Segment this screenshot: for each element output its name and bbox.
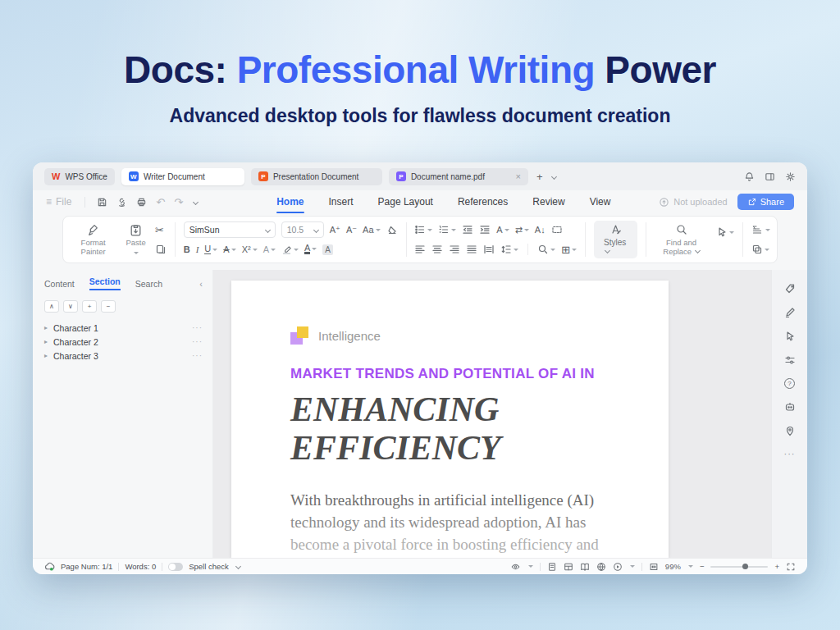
settings-gear-icon[interactable] bbox=[785, 171, 796, 182]
quickbar-chevron-icon[interactable] bbox=[193, 199, 199, 204]
tab-pdf-document[interactable]: P Document name.pdf × bbox=[389, 168, 528, 185]
increase-indent-icon[interactable] bbox=[479, 224, 491, 235]
text-direction-button[interactable]: ⇄ bbox=[515, 226, 529, 235]
fit-page-icon[interactable] bbox=[649, 562, 659, 572]
eye-protection-icon[interactable] bbox=[510, 562, 521, 572]
more-options-icon[interactable]: ··· bbox=[192, 351, 203, 360]
print-icon[interactable] bbox=[136, 197, 147, 208]
expand-icon[interactable]: ▸ bbox=[44, 338, 48, 345]
align-right-icon[interactable] bbox=[449, 244, 460, 255]
tab-view[interactable]: View bbox=[590, 196, 611, 208]
adjust-sliders-icon[interactable] bbox=[784, 354, 796, 366]
tab-list-chevron-icon[interactable] bbox=[551, 173, 557, 179]
sort-button[interactable]: A↓ bbox=[535, 226, 546, 235]
app-menu-button[interactable]: W WPS Office bbox=[44, 168, 115, 185]
layout-panel-icon[interactable] bbox=[765, 171, 775, 182]
share-button[interactable]: Share bbox=[737, 194, 794, 210]
superscript-button[interactable]: X² bbox=[242, 245, 258, 254]
eye-chevron-icon[interactable] bbox=[528, 565, 533, 568]
cut-scissors-icon[interactable]: ✂ bbox=[155, 225, 164, 235]
play-view-icon[interactable] bbox=[613, 562, 623, 572]
move-down-button[interactable]: ∨ bbox=[63, 300, 78, 313]
font-name-select[interactable]: SimSun bbox=[184, 221, 276, 238]
web-view-icon[interactable] bbox=[596, 562, 606, 572]
fullscreen-icon[interactable] bbox=[786, 562, 796, 572]
italic-button[interactable]: I bbox=[196, 245, 199, 254]
select-button[interactable] bbox=[716, 226, 734, 238]
line-spacing-button[interactable] bbox=[500, 244, 518, 255]
show-marks-icon[interactable] bbox=[551, 224, 563, 235]
book-view-icon[interactable] bbox=[580, 562, 590, 572]
sidebar-tab-content[interactable]: Content bbox=[44, 279, 75, 289]
underline-button[interactable]: U bbox=[204, 244, 217, 254]
shrink-font-button[interactable]: A⁻ bbox=[346, 226, 357, 235]
export-link-icon[interactable] bbox=[116, 197, 127, 208]
section-item-character-3[interactable]: ▸ Character 3 ··· bbox=[44, 349, 203, 363]
section-item-character-2[interactable]: ▸ Character 2 ··· bbox=[44, 335, 203, 349]
redo-icon[interactable]: ↷ bbox=[174, 197, 183, 208]
spell-check-chevron-icon[interactable] bbox=[235, 564, 241, 569]
page-view-icon[interactable] bbox=[547, 562, 557, 572]
more-options-icon[interactable]: ··· bbox=[192, 323, 203, 332]
zoom-in-button[interactable]: + bbox=[774, 562, 779, 571]
shading-button[interactable] bbox=[537, 244, 555, 255]
more-options-icon[interactable]: ··· bbox=[192, 337, 203, 346]
tab-review[interactable]: Review bbox=[532, 196, 564, 208]
tab-insert[interactable]: Insert bbox=[329, 196, 354, 208]
outline-view-icon[interactable] bbox=[564, 562, 573, 572]
clear-format-eraser-icon[interactable] bbox=[386, 224, 398, 235]
undo-icon[interactable]: ↶ bbox=[156, 197, 165, 208]
tab-presentation-document[interactable]: P Presentation Document bbox=[251, 168, 382, 185]
numbered-list-button[interactable] bbox=[438, 224, 456, 235]
expand-icon[interactable]: ▸ bbox=[44, 352, 48, 359]
tab-home[interactable]: Home bbox=[276, 196, 304, 208]
spell-check-toggle[interactable] bbox=[168, 563, 183, 571]
sidebar-collapse-icon[interactable]: ‹ bbox=[199, 279, 203, 289]
grow-font-button[interactable]: A⁺ bbox=[330, 226, 340, 235]
new-tab-button[interactable]: + bbox=[535, 171, 545, 182]
font-color-button[interactable]: A bbox=[304, 244, 317, 255]
tab-references[interactable]: References bbox=[458, 196, 508, 208]
text-effects-button[interactable]: A bbox=[263, 245, 276, 254]
tab-page-layout[interactable]: Page Layout bbox=[378, 196, 433, 208]
word-count-status[interactable]: Words: 0 bbox=[125, 562, 156, 571]
document-canvas[interactable]: Intelligence MARKET TRENDS AND POTENTIAL… bbox=[213, 270, 771, 558]
strikethrough-button[interactable]: A bbox=[223, 245, 235, 254]
section-item-character-1[interactable]: ▸ Character 1 ··· bbox=[44, 321, 203, 335]
styles-button[interactable]: Styles bbox=[594, 221, 637, 258]
bold-button[interactable]: B bbox=[184, 245, 190, 254]
page-number-status[interactable]: Page Num: 1/1 bbox=[61, 562, 112, 571]
text-style-button[interactable] bbox=[751, 224, 770, 235]
font-size-select[interactable]: 10.5 bbox=[281, 221, 324, 238]
zoom-slider[interactable] bbox=[710, 566, 768, 568]
document-page[interactable]: Intelligence MARKET TRENDS AND POTENTIAL… bbox=[231, 281, 669, 558]
align-left-icon[interactable] bbox=[414, 244, 426, 255]
bullet-list-button[interactable] bbox=[414, 224, 432, 235]
character-shading-button[interactable]: A bbox=[322, 244, 333, 255]
highlight-pen-button[interactable] bbox=[281, 244, 299, 255]
zoom-chevron-icon[interactable] bbox=[688, 565, 693, 568]
more-tools-icon[interactable]: ··· bbox=[784, 449, 796, 459]
help-icon[interactable]: ? bbox=[784, 378, 795, 389]
copy-icon[interactable] bbox=[155, 244, 167, 255]
expand-icon[interactable]: ▸ bbox=[44, 324, 48, 331]
align-center-icon[interactable] bbox=[431, 244, 443, 255]
upload-status[interactable]: Not uploaded bbox=[659, 197, 727, 208]
character-scale-button[interactable]: A bbox=[496, 226, 509, 235]
justify-icon[interactable] bbox=[466, 244, 477, 255]
arrange-button[interactable] bbox=[751, 244, 769, 255]
bell-icon[interactable] bbox=[744, 171, 755, 182]
add-section-button[interactable]: + bbox=[82, 300, 97, 313]
tab-writer-document[interactable]: W Writer Document bbox=[121, 168, 244, 185]
paste-button[interactable]: Paste bbox=[121, 221, 150, 258]
saved-cloud-icon[interactable] bbox=[44, 561, 55, 572]
robot-assistant-icon[interactable] bbox=[784, 401, 796, 413]
distribute-icon[interactable] bbox=[483, 244, 495, 255]
view-mode-chevron-icon[interactable] bbox=[630, 565, 635, 568]
find-replace-button[interactable]: Find and Replace bbox=[655, 223, 708, 257]
zoom-level-value[interactable]: 99% bbox=[665, 562, 681, 571]
tag-icon[interactable] bbox=[784, 283, 796, 294]
file-menu[interactable]: ≡ File bbox=[46, 196, 71, 208]
sidebar-tab-search[interactable]: Search bbox=[135, 279, 162, 289]
decrease-indent-icon[interactable] bbox=[462, 224, 473, 235]
